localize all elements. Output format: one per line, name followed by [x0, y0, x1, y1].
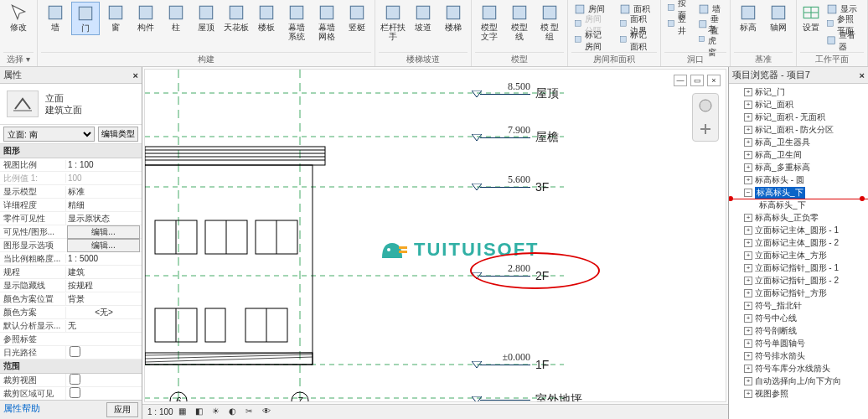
- roof-button[interactable]: 屋顶: [192, 2, 220, 34]
- component-button[interactable]: 构件: [132, 2, 160, 34]
- tree-item[interactable]: +标高_卫生间: [729, 148, 868, 161]
- ramp-button[interactable]: 坡道: [409, 2, 437, 34]
- expand-icon[interactable]: −: [744, 189, 752, 197]
- curtain-system-button[interactable]: 幕墙 系统: [282, 2, 311, 43]
- prop-row[interactable]: 图形显示选项编辑...: [0, 239, 142, 252]
- expand-icon[interactable]: +: [744, 264, 752, 272]
- tree-item[interactable]: +标记_面积 - 无面积: [729, 111, 868, 123]
- model-group-button[interactable]: 模 型组: [535, 2, 564, 43]
- prop-section[interactable]: 图形: [0, 144, 142, 158]
- shadows-icon[interactable]: ◐: [229, 406, 240, 418]
- tree-item[interactable]: +标记_面积 - 防火分区: [729, 123, 868, 136]
- view-instance-select[interactable]: 立面: 南: [3, 127, 95, 142]
- tree-item[interactable]: +标高_卫生器具: [729, 136, 868, 148]
- tree-item[interactable]: +符号中心线: [729, 312, 868, 324]
- expand-icon[interactable]: +: [744, 88, 752, 96]
- prop-row[interactable]: 视图比例1 : 100: [0, 158, 142, 172]
- prop-checkbox[interactable]: [70, 374, 80, 385]
- tree-item[interactable]: −标高标头_下: [729, 186, 868, 199]
- prop-row[interactable]: 显示模型标准: [0, 185, 142, 199]
- level-button[interactable]: 标高: [734, 2, 762, 34]
- expand-icon[interactable]: +: [744, 101, 752, 109]
- curtain-grid-button[interactable]: 幕墙 网格: [313, 2, 341, 43]
- window-button[interactable]: 窗: [101, 2, 130, 34]
- prop-checkbox[interactable]: [70, 346, 80, 357]
- prop-row[interactable]: 零件可见性显示原状态: [0, 212, 142, 225]
- level-marker[interactable]: 8.500屋顶: [480, 86, 559, 101]
- crop-icon[interactable]: ✂: [245, 406, 257, 418]
- tree-item[interactable]: +立面标记指针_圆形 - 2: [729, 274, 868, 287]
- ceiling-button[interactable]: 天花板: [222, 2, 251, 34]
- expand-icon[interactable]: +: [744, 390, 752, 398]
- tag-room-button[interactable]: 标记 房间: [571, 34, 612, 49]
- expand-icon[interactable]: +: [744, 226, 752, 235]
- dormer-button[interactable]: 老虎窗: [695, 34, 726, 49]
- prop-row[interactable]: 规程建筑: [0, 266, 142, 279]
- tree-item[interactable]: +符号车库分水线箭头: [729, 362, 868, 375]
- tree-item[interactable]: +立面标记主体_圆形 - 2: [729, 236, 868, 249]
- pan-icon[interactable]: [698, 122, 713, 137]
- railing-button[interactable]: 栏杆扶手: [379, 2, 407, 43]
- expand-icon[interactable]: +: [744, 277, 752, 285]
- close-icon[interactable]: ×: [133, 70, 138, 80]
- apply-button[interactable]: 应用: [106, 402, 138, 417]
- tree-item[interactable]: +标高标头_正负零: [729, 211, 868, 224]
- level-marker[interactable]: 5.6003F: [480, 180, 549, 194]
- detail-level-icon[interactable]: ▦: [178, 406, 190, 418]
- prop-row[interactable]: 颜色方案位置背景: [0, 292, 142, 306]
- tree-item[interactable]: +自动选择向上/向下方向: [729, 375, 868, 387]
- tree-item[interactable]: +立面标记主体_方形: [729, 249, 868, 261]
- visual-style-icon[interactable]: ◧: [195, 406, 207, 418]
- tree-item[interactable]: +立面标记指针_方形: [729, 287, 868, 299]
- door-button[interactable]: 门: [71, 2, 100, 35]
- expand-icon[interactable]: +: [744, 138, 752, 147]
- tree-item[interactable]: +标记_面积: [729, 98, 868, 111]
- prop-row[interactable]: 当比例粗略度...1 : 5000: [0, 252, 142, 266]
- tree-item[interactable]: +立面标记主体_圆形 - 1: [729, 224, 868, 236]
- expand-icon[interactable]: +: [744, 214, 752, 222]
- prop-row[interactable]: 裁剪区域可见: [0, 387, 142, 400]
- expand-icon[interactable]: +: [744, 113, 752, 122]
- expand-icon[interactable]: +: [744, 302, 752, 310]
- hide-icon[interactable]: 👁: [262, 406, 274, 418]
- column-button[interactable]: 柱: [162, 2, 190, 34]
- expand-icon[interactable]: +: [744, 251, 752, 260]
- expand-icon[interactable]: +: [744, 339, 752, 348]
- grid-button[interactable]: 轴网: [764, 2, 793, 34]
- prop-row[interactable]: 日光路径: [0, 346, 142, 360]
- expand-icon[interactable]: +: [744, 163, 752, 172]
- prop-checkbox[interactable]: [70, 387, 80, 398]
- edit-type-button[interactable]: 编辑类型: [98, 127, 138, 142]
- stair-button[interactable]: 楼梯: [439, 2, 468, 34]
- tree-item[interactable]: +符号剖断线: [729, 324, 868, 337]
- shaft-button[interactable]: 竖井: [664, 18, 692, 33]
- model-line-button[interactable]: 模型 线: [505, 2, 534, 43]
- mullion-button[interactable]: 竖梃: [343, 2, 371, 34]
- tree-item[interactable]: +符号排水箭头: [729, 349, 868, 362]
- viewer-button[interactable]: 查看器: [824, 34, 864, 49]
- expand-icon[interactable]: +: [744, 327, 752, 335]
- level-marker[interactable]: ±0.0001F: [480, 358, 549, 371]
- tree-item[interactable]: +立面标记指针_圆形 - 1: [729, 261, 868, 274]
- tree-item[interactable]: +标高_多重标高: [729, 161, 868, 173]
- prop-row[interactable]: 显示隐藏线按规程: [0, 279, 142, 292]
- select-dropdown[interactable]: 选择 ▾: [3, 52, 34, 66]
- set-button[interactable]: 设置: [800, 2, 821, 34]
- tree-item[interactable]: 标高标头_下: [729, 199, 868, 211]
- prop-row[interactable]: 裁剪视图: [0, 374, 142, 387]
- floor-button[interactable]: 楼板: [252, 2, 281, 34]
- tree-item[interactable]: +视图参照: [729, 387, 868, 400]
- steering-wheel-icon[interactable]: [698, 98, 713, 113]
- prop-row[interactable]: 默认分析显示...无: [0, 319, 142, 333]
- wall-button[interactable]: 墙: [41, 2, 70, 34]
- tree-item[interactable]: +符号单圆轴号: [729, 337, 868, 349]
- close-icon[interactable]: ×: [860, 70, 865, 80]
- prop-row[interactable]: 可见性/图形...编辑...: [0, 225, 142, 239]
- tree-item[interactable]: +标记_门: [729, 85, 868, 98]
- close-view-icon[interactable]: ×: [707, 75, 721, 86]
- prop-row[interactable]: 颜色方案<无>: [0, 306, 142, 319]
- expand-icon[interactable]: +: [744, 352, 752, 360]
- expand-icon[interactable]: +: [744, 151, 752, 159]
- expand-icon[interactable]: +: [744, 126, 752, 134]
- property-grid[interactable]: 图形视图比例1 : 100比例值 1:100显示模型标准详细程度精细零件可见性显…: [0, 144, 142, 400]
